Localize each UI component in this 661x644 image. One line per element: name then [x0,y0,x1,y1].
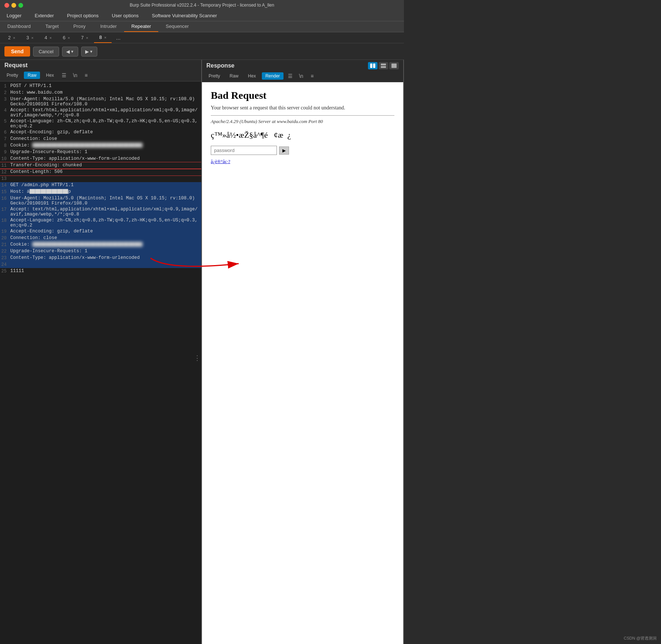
back-button[interactable]: ◀ ▼ [62,47,78,57]
send-button[interactable]: Send [4,46,30,57]
request-line-17: 17Accept: text/html,application/xhtml+xm… [0,206,201,217]
line-number-1: 1 [0,83,10,89]
line-number-11: 11 [0,163,10,168]
forward-dropdown-icon[interactable]: ▼ [90,50,93,54]
request-line-6: 6Accept-Encoding: gzip, deflate [0,129,201,136]
response-menu-icon[interactable]: ≡ [308,72,317,80]
svg-rect-3 [381,66,386,68]
render-divider [211,115,394,116]
minimize-button[interactable] [11,3,16,8]
request-line-7: 7Connection: close [0,136,201,142]
line-number-22: 22 [0,249,10,254]
line-content-7: Connection: close [10,136,201,141]
line-number-10: 10 [0,156,10,162]
forward-button[interactable]: ▶ ▼ [81,47,97,57]
line-content-19: Accept-Encoding: gzip, deflate [10,229,201,234]
line-number-18: 18 [0,218,10,223]
close-tab-4-icon[interactable]: × [50,36,52,40]
response-hex-btn[interactable]: Hex [244,72,259,80]
request-line-18: 18Accept-Language: zh-CN,zh;q=0.8,zh-TW;… [0,217,201,228]
response-render-area: Bad Request Your browser sent a request … [202,82,403,644]
layout-single-icon[interactable] [389,62,399,69]
render-submit-button[interactable]: ▶ [279,146,289,155]
window-controls[interactable] [4,3,23,8]
request-hex-btn[interactable]: Hex [42,72,57,79]
layout-horizontal-icon[interactable] [379,62,388,69]
line-number-2: 2 [0,90,10,95]
response-newline-icon[interactable]: \n [297,72,306,80]
request-line-14: 14GET /admin.php HTTP/1.1 [0,182,201,189]
tab-sequencer[interactable]: Sequencer [158,21,196,32]
response-panel-title: Response [206,62,234,69]
response-filter-icon[interactable]: ☰ [286,72,295,80]
more-tabs-button[interactable]: ... [112,32,124,43]
line-number-3: 3 [0,97,10,102]
request-pretty-btn[interactable]: Pretty [3,72,22,79]
request-raw-btn[interactable]: Raw [24,72,40,79]
line-number-21: 21 [0,242,10,247]
line-content-1: POST / HTTP/1.1 [10,83,201,88]
close-button[interactable] [4,3,9,8]
request-line-1: 1POST / HTTP/1.1 [0,83,201,90]
num-tab-8[interactable]: 8× [94,32,112,43]
num-tab-7[interactable]: 7× [76,32,94,43]
tab-repeater[interactable]: Repeater [124,21,158,32]
close-tab-3-icon[interactable]: × [31,36,33,40]
blurred-cookie: ████████████████████████████████████████ [32,143,142,148]
response-raw-btn[interactable]: Raw [226,72,242,80]
line-content-2: Host: www.baidu.com [10,90,201,95]
layout-split-icon[interactable] [368,62,378,69]
line-content-18: Accept-Language: zh-CN,zh;q=0.8,zh-TW;q=… [10,218,201,228]
svg-rect-1 [373,64,375,68]
tab-dashboard[interactable]: Dashboard [0,21,38,32]
num-tab-4[interactable]: 4× [39,32,57,43]
request-code-area[interactable]: 1POST / HTTP/1.12Host: www.baidu.com3Use… [0,82,201,644]
line-content-22: Upgrade-Insecure-Requests: 1 [10,249,201,254]
render-title: Bad Request [211,90,394,101]
request-filter-icon[interactable]: ☰ [60,71,69,80]
tab-target[interactable]: Target [38,21,66,32]
num-tab-bar: 2× 3× 4× 6× 7× 8× ... [0,32,404,43]
response-panel: Response [202,60,404,644]
line-content-16: User-Agent: Mozilla/5.0 (Macintosh; Inte… [10,196,201,206]
back-dropdown-icon[interactable]: ▼ [71,50,74,54]
close-tab-7-icon[interactable]: × [86,36,88,40]
line-number-8: 8 [0,143,10,148]
blurred-cookie: ████████████████████████████████████████ [32,242,142,247]
maximize-button[interactable] [18,3,23,8]
line-content-15: Host: á██████████████p [10,189,201,194]
request-menu-icon[interactable]: ≡ [82,71,91,80]
response-view-toolbar: Pretty Raw Hex Render ☰ \n ≡ [202,70,403,82]
line-content-4: Accept: text/html,application/xhtml+xml,… [10,108,201,118]
menu-project-options[interactable]: Project options [61,10,105,21]
close-tab-6-icon[interactable]: × [68,36,70,40]
render-password-input[interactable] [211,146,277,155]
close-tab-8-icon[interactable]: × [104,35,106,40]
panel-resize-handle[interactable]: ⋮ [193,352,201,363]
menu-extender[interactable]: Extender [28,10,60,21]
response-render-btn[interactable]: Render [262,72,283,80]
menu-vuln-scanner[interactable]: Software Vulnerability Scanner [145,10,224,21]
request-line-11: 11Transfer-Encoding: chunked [0,162,201,169]
menu-logger[interactable]: Logger [0,10,28,21]
menu-user-options[interactable]: User options [105,10,145,21]
response-pretty-btn[interactable]: Pretty [205,72,224,80]
line-content-6: Accept-Encoding: gzip, deflate [10,130,201,135]
num-tab-2[interactable]: 2× [3,32,21,43]
request-line-13: 13 [0,176,201,182]
request-newline-icon[interactable]: \n [71,71,80,80]
request-line-19: 19Accept-Encoding: gzip, deflate [0,228,201,235]
tab-intruder[interactable]: Intruder [93,21,124,32]
cancel-button[interactable]: Cancel [33,47,59,57]
tab-proxy[interactable]: Proxy [66,21,93,32]
request-panel-title: Request [4,62,28,69]
line-number-16: 16 [0,196,10,201]
num-tab-3[interactable]: 3× [21,32,39,43]
close-tab-2-icon[interactable]: × [13,36,15,40]
render-blue-link[interactable]: å¿‍è®°å­ç·‍? [211,159,394,164]
request-line-25: 2511111 [0,268,201,275]
num-tab-6[interactable]: 6× [58,32,75,43]
line-content-8: Cookie: ████████████████████████████████… [10,143,201,148]
window-title: Burp Suite Professional v2022.2.4 - Temp… [130,3,274,8]
line-number-19: 19 [0,229,10,234]
